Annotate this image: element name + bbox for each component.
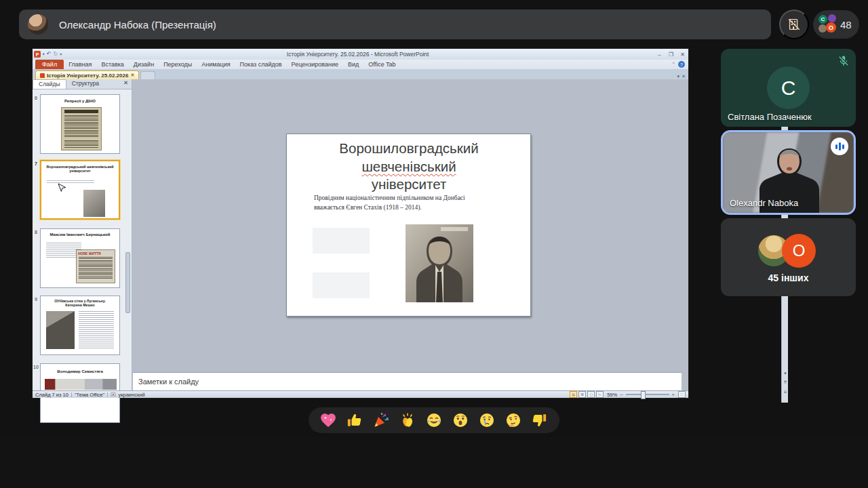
help-icon[interactable]: ? — [678, 61, 685, 68]
ribbon-tab-transitions[interactable]: Переходы — [159, 60, 197, 69]
thumb-7-text — [47, 180, 94, 184]
status-slide-counter: Слайд 7 из 10 — [35, 392, 68, 398]
ribbon-tab-insert[interactable]: Вставка — [96, 60, 128, 69]
presenter-label: Олександр Набока (Презентація) — [59, 19, 216, 30]
stop-watching-button[interactable] — [779, 9, 809, 39]
party-popper-icon — [372, 411, 390, 429]
ribbon-tab-file[interactable]: Файл — [35, 60, 64, 69]
slide-body-text: Провідним націоналістичним підпільником … — [314, 194, 467, 213]
scroll-down-icon[interactable]: ▼ — [782, 371, 789, 375]
panel-scrollbar-thumb[interactable] — [125, 252, 130, 313]
panel-tab-outline[interactable]: Структура — [66, 79, 104, 89]
slideshow-view-icon[interactable]: ▷ — [596, 391, 604, 398]
slide-thumbnail-6[interactable]: Репресії у ДІНО — [40, 94, 120, 154]
slide-sorter-view-icon[interactable]: ⊞ — [578, 391, 586, 398]
ribbon-tab-view[interactable]: Вид — [343, 60, 363, 69]
zoom-slider-thumb[interactable] — [641, 391, 646, 399]
reaction-thumbs-up[interactable] — [345, 411, 364, 430]
slide-title-line2: університет — [372, 176, 447, 192]
bottom-bar: 11:35 AM | Влада-Півпосадана зу... — [0, 437, 868, 488]
reaction-crying-face[interactable] — [477, 411, 496, 430]
ribbon-tab-slideshow[interactable]: Показ слайдов — [235, 60, 287, 69]
astonished-face-icon — [452, 411, 469, 429]
slide-portrait-photo — [406, 224, 473, 302]
participant-tile-others[interactable]: O 45 інших — [721, 218, 856, 296]
ribbon-tab-design[interactable]: Дизайн — [129, 60, 159, 69]
panel-tab-slides[interactable]: Слайды — [33, 79, 66, 89]
reaction-party-popper[interactable] — [372, 411, 391, 430]
ppt-status-bar: Слайд 7 из 10 "Тема Office" украинский ▤… — [33, 390, 688, 398]
slides-panel: Слайды Структура ✕ 6 Репресії у ДІНО 7 В… — [33, 79, 132, 390]
zoom-out-icon[interactable]: − — [620, 392, 623, 398]
zoom-slider[interactable] — [626, 394, 669, 395]
thumb-9-portrait-image — [46, 311, 75, 349]
participant-tile-svitlana[interactable]: C Світлана Позаченюк — [721, 49, 856, 127]
presentation-header-pill: Олександр Набока (Презентація) — [19, 9, 771, 39]
undo-icon[interactable]: ↶ — [47, 52, 52, 57]
ribbon-tab-home[interactable]: Главная — [64, 60, 96, 69]
document-tab-active[interactable]: Історія Уніерситету. 25.02.2026 ✕ — [35, 70, 139, 79]
zoom-in-icon[interactable]: + — [672, 392, 675, 398]
crying-face-icon — [478, 411, 496, 429]
participant-count: 48 — [840, 19, 852, 30]
reaction-sparkling-heart[interactable] — [319, 411, 338, 430]
thumb-6-newspaper-image — [61, 107, 102, 150]
participant-count-pill[interactable]: C O 48 — [813, 10, 859, 39]
slide-placeholder-2 — [313, 272, 370, 298]
reading-view-icon[interactable]: ▢ — [587, 391, 595, 398]
status-theme: "Тема Office" — [75, 392, 105, 398]
thumb-7-number: 7 — [35, 161, 37, 166]
reaction-face-with-tears-of-joy[interactable] — [425, 411, 443, 430]
qat-dropdown-icon[interactable]: ▾ — [60, 52, 62, 57]
powerpoint-app-icon: P — [34, 51, 41, 58]
notes-area[interactable]: Заметки к слайду — [133, 372, 682, 390]
slide-title-misspelled-word: шевченівський — [361, 159, 456, 174]
presenter-avatar — [28, 14, 48, 35]
mouse-cursor — [58, 183, 66, 194]
ribbon-tab-review[interactable]: Рецензирование — [287, 60, 344, 69]
thumb-7-title: Ворошиловградський шевченівський універс… — [41, 165, 119, 173]
doc-tab-close-icon[interactable]: ✕ — [130, 73, 134, 78]
thumb-9-number: 9 — [35, 297, 37, 302]
ppt-close-button[interactable]: ✕ — [677, 51, 688, 58]
slide-thumbnail-7-selected[interactable]: Ворошиловградський шевченівський універс… — [40, 160, 120, 220]
ribbon-tab-officetab[interactable]: Office Tab — [363, 60, 400, 69]
fit-to-window-icon[interactable]: ⛶ — [678, 391, 686, 398]
previous-slide-icon[interactable]: ⇈ — [782, 380, 789, 384]
slide-thumbnail-8[interactable]: Максим Іванович Бернацький НОВЕ ЖИТТЯ — [40, 228, 120, 288]
minimize-ribbon-icon[interactable]: ⌃ — [671, 62, 675, 67]
tab-row-close-icon[interactable]: ✕ — [682, 74, 688, 79]
ppt-minimize-button[interactable]: – — [654, 51, 665, 58]
close-slides-panel-button[interactable]: ✕ — [120, 79, 132, 89]
reaction-clapping-hands[interactable] — [398, 411, 417, 430]
slide-title: Ворошиловградський шевченівський універс… — [294, 140, 524, 194]
reactions-bar — [309, 407, 559, 433]
doc-tab-label: Історія Уніерситету. 25.02.2026 — [47, 73, 128, 79]
document-tab-new[interactable] — [140, 71, 155, 79]
reaction-thumbs-down[interactable] — [530, 411, 549, 430]
thumb-10-photo-image — [45, 379, 117, 390]
doc-tab-icon — [40, 73, 45, 78]
participant-name: Olexandr Naboka — [730, 198, 798, 208]
participant-tile-olexandr-speaking[interactable]: Olexandr Naboka — [721, 130, 856, 215]
slide-placeholder-1 — [313, 228, 370, 253]
slide-canvas[interactable]: Ворошиловградський шевченівський універс… — [286, 134, 531, 317]
reaction-astonished-face[interactable] — [451, 411, 470, 430]
google-meet-window: Олександр Набока (Презентація) C O 48 P … — [0, 0, 868, 488]
next-slide-icon[interactable]: ⇊ — [782, 389, 789, 394]
ppt-quick-access-toolbar[interactable]: P ▪ ↶ ↻ ▾ — [34, 51, 62, 58]
save-icon[interactable]: ▪ — [43, 52, 45, 57]
redo-icon[interactable]: ↻ — [54, 52, 58, 57]
thumb-10-number: 10 — [33, 365, 39, 369]
ppt-restore-button[interactable]: ❐ — [665, 51, 677, 58]
zoom-level[interactable]: 59% — [607, 392, 617, 398]
spellcheck-icon[interactable] — [111, 392, 116, 397]
ppt-ribbon-tabs: Файл Главная Вставка Дизайн Переходы Ани… — [33, 60, 688, 70]
status-language[interactable]: украинский — [118, 392, 144, 398]
ribbon-tab-animation[interactable]: Анимация — [197, 60, 235, 69]
mini-avatar-purple — [828, 14, 836, 22]
others-count-label: 45 інших — [721, 272, 856, 283]
slide-thumbnail-9[interactable]: ОУНівська сітка у Луганську. Катерина Ме… — [40, 296, 120, 355]
reaction-thinking-face[interactable] — [504, 411, 523, 430]
normal-view-icon[interactable]: ▤ — [570, 391, 577, 398]
